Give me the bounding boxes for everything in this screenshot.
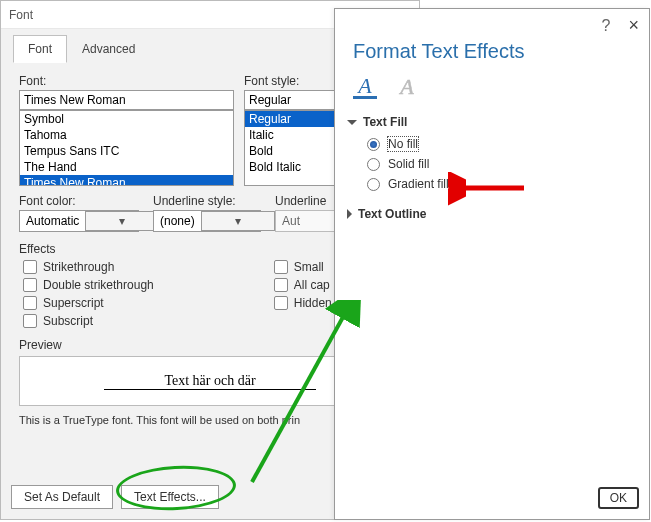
- tab-advanced[interactable]: Advanced: [67, 35, 150, 63]
- checkbox-hidden[interactable]: Hidden: [274, 296, 332, 310]
- radio-box: [367, 138, 380, 151]
- list-item[interactable]: The Hand: [20, 159, 233, 175]
- checkbox-strikethrough[interactable]: Strikethrough: [23, 260, 154, 274]
- underline-color-value: Aut: [276, 211, 338, 231]
- fte-icon-row: A A: [335, 75, 649, 99]
- underline-style-label: Underline style:: [153, 194, 261, 208]
- radio-gradient-fill[interactable]: Gradient fill: [367, 177, 637, 191]
- font-color-label: Font color:: [19, 194, 139, 208]
- font-input[interactable]: [19, 90, 234, 110]
- chevron-down-icon[interactable]: ▾: [85, 211, 159, 231]
- font-listbox[interactable]: Symbol Tahoma Tempus Sans ITC The Hand T…: [19, 110, 234, 186]
- checkbox-box: [23, 260, 37, 274]
- text-effects-button[interactable]: Text Effects...: [121, 485, 219, 509]
- font-color-value: Automatic: [20, 211, 85, 231]
- checkbox-box: [274, 260, 288, 274]
- list-item[interactable]: Times New Roman: [20, 175, 233, 186]
- font-dialog-title: Font: [9, 8, 33, 22]
- checkbox-box: [23, 296, 37, 310]
- radio-no-fill[interactable]: No fill: [367, 137, 637, 151]
- chevron-down-icon: [347, 120, 357, 125]
- preview-text: Text här och där: [104, 373, 315, 390]
- radio-solid-fill[interactable]: Solid fill: [367, 157, 637, 171]
- tab-font[interactable]: Font: [13, 35, 67, 63]
- list-item[interactable]: Tahoma: [20, 127, 233, 143]
- format-text-effects-panel: ? × Format Text Effects A A Text Fill No…: [334, 8, 650, 520]
- checkbox-subscript[interactable]: Subscript: [23, 314, 154, 328]
- text-outline-icon[interactable]: A: [395, 75, 419, 99]
- chevron-right-icon: [347, 209, 352, 219]
- radio-box: [367, 158, 380, 171]
- checkbox-smallcaps[interactable]: Small: [274, 260, 332, 274]
- fte-title: Format Text Effects: [353, 40, 649, 63]
- text-fill-header[interactable]: Text Fill: [347, 115, 637, 129]
- underline-style-combo[interactable]: (none) ▾: [153, 210, 261, 232]
- chevron-down-icon[interactable]: ▾: [201, 211, 275, 231]
- checkbox-box: [274, 278, 288, 292]
- text-fill-radios: No fill Solid fill Gradient fill: [367, 137, 637, 191]
- font-color-combo[interactable]: Automatic ▾: [19, 210, 139, 232]
- checkbox-box: [274, 296, 288, 310]
- close-icon[interactable]: ×: [628, 15, 639, 36]
- underline-color-label: Underline: [275, 194, 339, 208]
- text-outline-section: Text Outline: [347, 207, 637, 221]
- list-item[interactable]: Symbol: [20, 111, 233, 127]
- underline-color-combo: Aut: [275, 210, 339, 232]
- set-default-button[interactable]: Set As Default: [11, 485, 113, 509]
- checkbox-box: [23, 314, 37, 328]
- checkbox-allcaps[interactable]: All cap: [274, 278, 332, 292]
- fte-ok-bar: OK: [598, 487, 639, 509]
- underline-style-value: (none): [154, 211, 201, 231]
- checkbox-double-strikethrough[interactable]: Double strikethrough: [23, 278, 154, 292]
- font-label: Font:: [19, 74, 234, 88]
- text-fill-icon[interactable]: A: [353, 75, 377, 99]
- text-outline-header[interactable]: Text Outline: [347, 207, 637, 221]
- fte-titlebar: ? ×: [335, 9, 649, 36]
- fte-ok-button[interactable]: OK: [598, 487, 639, 509]
- help-icon[interactable]: ?: [602, 17, 611, 35]
- checkbox-box: [23, 278, 37, 292]
- text-fill-section: Text Fill No fill Solid fill Gradient fi…: [347, 115, 637, 191]
- list-item[interactable]: Tempus Sans ITC: [20, 143, 233, 159]
- checkbox-superscript[interactable]: Superscript: [23, 296, 154, 310]
- radio-box: [367, 178, 380, 191]
